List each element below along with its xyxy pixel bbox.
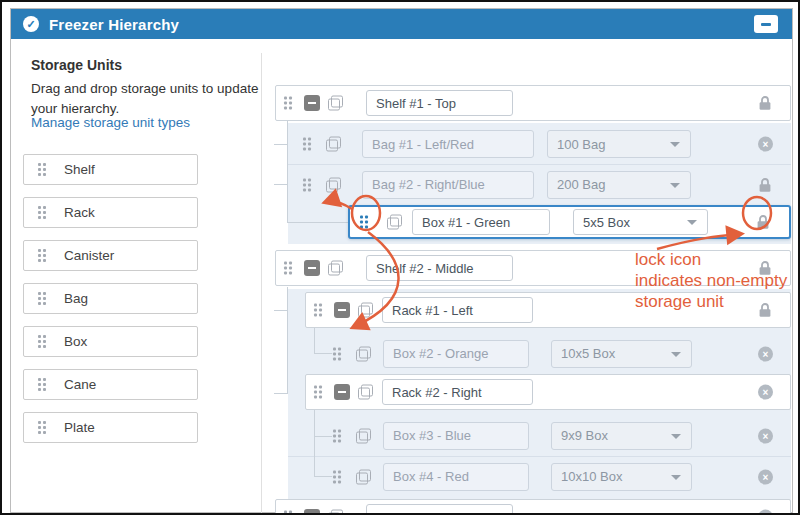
drag-handle-icon[interactable] — [333, 347, 341, 360]
drag-handle-icon[interactable] — [38, 335, 46, 348]
unit-type-select[interactable]: 200 Bag — [547, 171, 691, 199]
drag-handle-icon[interactable] — [38, 292, 46, 305]
hierarchy-row: 10x5 Box × — [288, 333, 791, 374]
annotation-line: storage unit — [635, 291, 787, 312]
unit-type-label: Bag — [64, 291, 88, 306]
annotation-line: lock icon — [635, 249, 787, 270]
copy-icon[interactable] — [328, 510, 343, 515]
collapse-card-button[interactable] — [754, 15, 778, 33]
column-divider — [261, 53, 262, 514]
caret-down-icon — [687, 220, 697, 225]
unit-name-input[interactable] — [412, 209, 550, 235]
drag-handle-icon[interactable] — [38, 163, 46, 176]
copy-icon[interactable] — [356, 428, 371, 443]
copy-icon[interactable] — [387, 215, 402, 230]
remove-icon[interactable]: × — [758, 385, 773, 400]
remove-icon[interactable]: × — [758, 428, 773, 443]
unit-type-select[interactable]: 10x5 Box — [551, 340, 692, 368]
collapse-row-button[interactable] — [334, 302, 350, 318]
remove-icon[interactable]: × — [758, 469, 773, 484]
unit-type-select[interactable]: 5x5 Box — [573, 209, 708, 235]
minus-icon — [761, 23, 771, 26]
caret-down-icon — [670, 183, 680, 188]
drag-handle-icon[interactable] — [333, 429, 341, 442]
unit-name-input[interactable] — [383, 463, 529, 491]
unit-type-label: Rack — [64, 205, 95, 220]
caret-down-icon — [670, 142, 680, 147]
tree-connector — [274, 310, 287, 311]
unit-type-label: Plate — [64, 420, 95, 435]
remove-icon[interactable]: × — [758, 346, 773, 361]
unit-name-input[interactable] — [366, 504, 513, 515]
unit-name-input[interactable] — [382, 297, 533, 323]
selected-type-label: 9x9 Box — [561, 428, 608, 443]
hierarchy-row: 200 Bag — [288, 164, 791, 205]
drag-handle-icon[interactable] — [38, 421, 46, 434]
minus-icon — [308, 267, 316, 269]
collapse-row-button[interactable] — [304, 260, 320, 276]
copy-icon[interactable] — [358, 303, 373, 318]
hierarchy-row: × — [305, 374, 791, 410]
hierarchy-row: 9x9 Box × — [288, 415, 791, 456]
drag-handle-icon[interactable] — [38, 206, 46, 219]
hierarchy-row: 10x10 Box × — [288, 456, 791, 497]
selected-type-label: 10x5 Box — [561, 346, 615, 361]
unit-name-input[interactable] — [382, 379, 533, 405]
copy-icon[interactable] — [326, 137, 341, 152]
copy-icon[interactable] — [356, 346, 371, 361]
unit-type-label: Cane — [64, 377, 96, 392]
unit-type-select[interactable]: 100 Bag — [547, 130, 691, 158]
unit-name-input[interactable] — [383, 422, 529, 450]
storage-units-heading: Storage Units — [31, 57, 122, 73]
annotation-text: lock icon indicates non-empty storage un… — [635, 249, 787, 312]
unit-name-input[interactable] — [383, 340, 529, 368]
hierarchy-row: × — [275, 499, 791, 515]
drag-handle-icon[interactable] — [284, 262, 292, 275]
unit-type-item[interactable]: Plate — [23, 412, 198, 443]
selected-type-label: 5x5 Box — [583, 215, 630, 230]
lock-icon — [758, 177, 772, 193]
unit-type-item[interactable]: Shelf — [23, 154, 198, 185]
remove-icon[interactable]: × — [758, 137, 773, 152]
storage-units-description: Drag and drop storage units to update yo… — [31, 79, 266, 118]
drag-handle-icon[interactable] — [360, 216, 368, 229]
unit-type-select[interactable]: 10x10 Box — [551, 463, 692, 491]
lock-icon — [756, 214, 770, 230]
collapse-row-button[interactable] — [304, 509, 320, 515]
unit-name-input[interactable] — [362, 130, 534, 158]
unit-type-item[interactable]: Rack — [23, 197, 198, 228]
copy-icon[interactable] — [328, 261, 343, 276]
drag-handle-icon[interactable] — [333, 470, 341, 483]
drag-handle-icon[interactable] — [303, 138, 311, 151]
unit-type-item[interactable]: Box — [23, 326, 198, 357]
copy-icon[interactable] — [326, 177, 341, 192]
unit-name-input[interactable] — [366, 90, 513, 116]
tree-connector — [274, 393, 287, 394]
collapse-row-button[interactable] — [334, 384, 350, 400]
drag-handle-icon[interactable] — [303, 178, 311, 191]
page-title: Freezer Hierarchy — [49, 16, 179, 33]
manage-storage-unit-types-link[interactable]: Manage storage unit types — [31, 115, 190, 130]
drag-handle-icon[interactable] — [284, 511, 292, 515]
copy-icon[interactable] — [358, 385, 373, 400]
drag-handle-icon[interactable] — [284, 97, 292, 110]
remove-icon[interactable]: × — [758, 510, 773, 515]
tree-connector — [287, 222, 348, 223]
unit-type-item[interactable]: Cane — [23, 369, 198, 400]
tree-connector — [274, 184, 287, 185]
drag-handle-icon[interactable] — [314, 304, 322, 317]
copy-icon[interactable] — [328, 96, 343, 111]
unit-type-select[interactable]: 9x9 Box — [551, 422, 692, 450]
unit-type-item[interactable]: Bag — [23, 283, 198, 314]
drag-handle-icon[interactable] — [38, 378, 46, 391]
unit-type-item[interactable]: Canister — [23, 240, 198, 271]
copy-icon[interactable] — [356, 469, 371, 484]
collapse-row-button[interactable] — [304, 95, 320, 111]
drag-handle-icon[interactable] — [314, 386, 322, 399]
tree-connector — [274, 144, 287, 145]
unit-name-input[interactable] — [362, 171, 534, 199]
selected-type-label: 10x10 Box — [561, 469, 622, 484]
caret-down-icon — [671, 352, 681, 357]
drag-handle-icon[interactable] — [38, 249, 46, 262]
unit-name-input[interactable] — [366, 255, 513, 281]
